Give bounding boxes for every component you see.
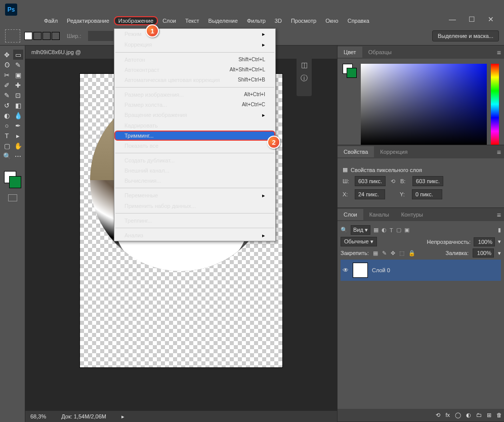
- panel-menu-icon[interactable]: ≡: [497, 211, 501, 219]
- menu-слои[interactable]: Слои: [158, 16, 181, 25]
- new-group-icon[interactable]: 🗀: [476, 412, 482, 418]
- menu-окно[interactable]: Окно: [321, 16, 343, 25]
- tab-properties[interactable]: Свойства: [338, 146, 374, 157]
- history-brush-icon[interactable]: ↺: [2, 100, 12, 110]
- gradient-tool-icon[interactable]: ◐: [2, 110, 12, 120]
- blend-mode-select[interactable]: Обычные ▾: [341, 237, 377, 246]
- quick-select-tool-icon[interactable]: ✎: [13, 60, 23, 70]
- frame-tool-icon[interactable]: ▣: [13, 70, 23, 80]
- menu-item[interactable]: АвтоконтрастAlt+Shift+Ctrl+L: [114, 65, 275, 75]
- filter-toggle-icon[interactable]: ▮: [498, 227, 501, 233]
- opacity-field[interactable]: 100%: [474, 237, 495, 246]
- shape-tool-icon[interactable]: ▢: [2, 141, 12, 151]
- lock-image-icon[interactable]: ✎: [382, 250, 387, 257]
- menu-item[interactable]: Тримминг...: [114, 131, 275, 141]
- color-swatches[interactable]: [4, 171, 21, 188]
- filter-adjust-icon[interactable]: ◐: [382, 227, 387, 233]
- menu-редактирование[interactable]: Редактирование: [62, 16, 114, 25]
- x-field[interactable]: 24 пикс.: [355, 189, 385, 199]
- crop-tool-icon[interactable]: ✂: [2, 70, 12, 80]
- menu-item[interactable]: Вращение изображения: [114, 110, 275, 120]
- menu-item[interactable]: Размер холста...Alt+Ctrl+C: [114, 100, 275, 110]
- menu-item[interactable]: Внешний канал...: [114, 165, 275, 176]
- blur-tool-icon[interactable]: 💧: [13, 110, 23, 120]
- panel-menu-icon[interactable]: ≡: [497, 49, 501, 57]
- background-color[interactable]: [9, 176, 21, 188]
- link-icon[interactable]: ⟲: [389, 178, 397, 185]
- statusbar-chevron-icon[interactable]: ▸: [121, 413, 124, 420]
- filter-type-icon[interactable]: T: [390, 227, 393, 233]
- link-layers-icon[interactable]: ⟲: [436, 412, 440, 418]
- search-icon[interactable]: 🔍: [341, 227, 348, 233]
- selection-intersect-icon[interactable]: [52, 32, 60, 40]
- menu-item[interactable]: Переменные: [114, 190, 275, 201]
- dodge-tool-icon[interactable]: ○: [2, 120, 12, 131]
- healing-tool-icon[interactable]: ✚: [13, 80, 23, 90]
- path-select-icon[interactable]: ▸: [13, 131, 23, 141]
- menu-item[interactable]: АвтотонShift+Ctrl+L: [114, 55, 275, 65]
- tab-adjustments[interactable]: Коррекция: [374, 146, 413, 157]
- menu-item[interactable]: Анализ: [114, 230, 275, 241]
- hand-tool-icon[interactable]: ✋: [13, 141, 23, 151]
- layer-mask-icon[interactable]: ◯: [455, 412, 461, 418]
- eyedropper-tool-icon[interactable]: ✐: [2, 80, 12, 90]
- stamp-tool-icon[interactable]: ⊡: [13, 90, 23, 100]
- menu-выделение[interactable]: Выделение: [204, 16, 242, 25]
- chevron-down-icon[interactable]: ▾: [498, 250, 501, 257]
- visibility-icon[interactable]: 👁: [343, 267, 349, 274]
- selection-subtract-icon[interactable]: [43, 32, 51, 40]
- menu-текст[interactable]: Текст: [181, 16, 204, 25]
- zoom-level[interactable]: 68,3%: [30, 413, 46, 419]
- w-field[interactable]: 603 пикс.: [355, 176, 386, 186]
- edit-toolbar-icon[interactable]: ⋯: [13, 151, 23, 161]
- filter-shape-icon[interactable]: ▢: [396, 227, 401, 233]
- menu-item[interactable]: Показать все: [114, 141, 275, 151]
- quick-mask-icon[interactable]: [8, 194, 17, 201]
- selection-new-icon[interactable]: [24, 32, 32, 40]
- menu-3d[interactable]: 3D: [270, 16, 286, 25]
- menu-item[interactable]: Размер изображения...Alt+Ctrl+I: [114, 90, 275, 100]
- menu-фильтр[interactable]: Фильтр: [242, 16, 270, 25]
- zoom-tool-icon[interactable]: 🔍: [2, 151, 12, 161]
- tab-paths[interactable]: Контуры: [395, 209, 429, 220]
- tab-swatches[interactable]: Образцы: [362, 47, 398, 58]
- filter-smart-icon[interactable]: ▣: [404, 227, 409, 233]
- y-field[interactable]: 0 пикс.: [412, 189, 442, 199]
- tool-preset[interactable]: [5, 29, 20, 43]
- move-tool-icon[interactable]: ✥: [2, 50, 12, 60]
- h-field[interactable]: 603 пикс.: [412, 176, 443, 186]
- lock-transparent-icon[interactable]: ▦: [373, 250, 378, 257]
- lasso-tool-icon[interactable]: ʘ: [2, 60, 12, 70]
- select-and-mask-button[interactable]: Выделение и маска...: [432, 30, 499, 41]
- pen-tool-icon[interactable]: ✒: [13, 120, 23, 131]
- layer-row[interactable]: 👁 Слой 0: [341, 260, 501, 281]
- filter-pixel-icon[interactable]: ▦: [373, 227, 379, 233]
- width-field[interactable]: [88, 31, 113, 41]
- menu-просмотр[interactable]: Просмотр: [286, 16, 321, 25]
- chevron-down-icon[interactable]: ▾: [498, 238, 501, 245]
- menu-файл[interactable]: Файл: [39, 16, 62, 25]
- menu-item[interactable]: Вычисления...: [114, 176, 275, 186]
- menu-item[interactable]: Коррекция: [114, 39, 275, 50]
- layer-style-icon[interactable]: fx: [445, 412, 450, 418]
- fill-field[interactable]: 100%: [473, 248, 494, 258]
- hue-slider[interactable]: [491, 64, 499, 145]
- layer-name[interactable]: Слой 0: [372, 267, 390, 273]
- menu-item[interactable]: Создать дубликат...: [114, 155, 275, 165]
- selection-add-icon[interactable]: [33, 32, 41, 40]
- layer-thumbnail[interactable]: [353, 263, 368, 278]
- marquee-tool-icon[interactable]: ▭: [13, 50, 23, 60]
- info-panel-icon[interactable]: ⓘ: [301, 74, 308, 83]
- type-tool-icon[interactable]: T: [2, 131, 12, 141]
- layer-filter-kind[interactable]: Вид ▾: [351, 225, 370, 235]
- maximize-icon[interactable]: ☐: [469, 15, 475, 23]
- close-icon[interactable]: ✕: [488, 15, 494, 23]
- new-layer-icon[interactable]: ⊞: [487, 412, 491, 418]
- lock-artboard-icon[interactable]: ⬚: [399, 250, 404, 257]
- lock-position-icon[interactable]: ✥: [391, 250, 395, 257]
- tab-color[interactable]: Цвет: [338, 47, 362, 58]
- panel-menu-icon[interactable]: ≡: [497, 148, 501, 156]
- new-fill-icon[interactable]: ◐: [466, 412, 471, 418]
- lock-all-icon[interactable]: 🔒: [408, 250, 415, 257]
- minimize-icon[interactable]: —: [449, 15, 456, 23]
